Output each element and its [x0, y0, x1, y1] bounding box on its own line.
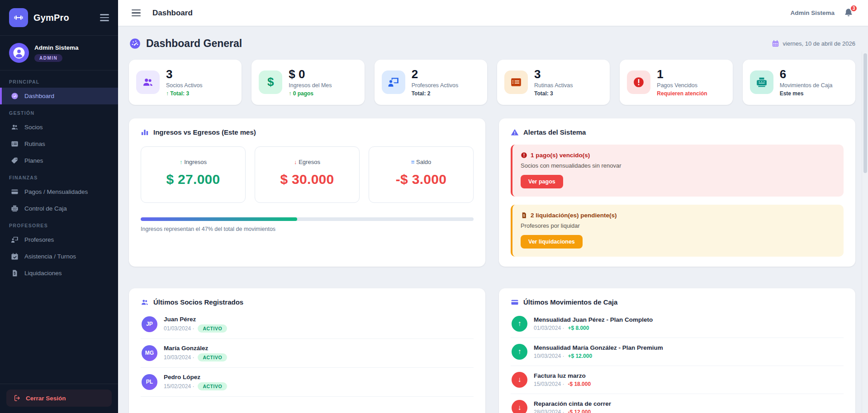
stat-card-rutinas-activas[interactable]: 3 Rutinas Activas Total: 3 [497, 60, 610, 105]
logout-button[interactable]: Cerrar Sesión [6, 390, 112, 407]
tag-icon [11, 157, 19, 164]
cash-register-icon [750, 70, 773, 94]
saldo-label: Saldo [416, 159, 431, 165]
sidebar-item-pagos[interactable]: Pagos / Mensualidades [0, 183, 118, 200]
bar-chart-icon [141, 128, 149, 136]
member-date: 10/03/2024 · [164, 354, 194, 361]
sidebar-item-label: Profesores [24, 236, 54, 243]
stat-card-pagos-vencidos[interactable]: 1 Pagos Vencidos Requieren atención [620, 60, 732, 105]
sidebar-user-card: Admin Sistema ADMIN [0, 36, 118, 70]
user-avatar-icon [9, 43, 29, 63]
ver-liquidaciones-button[interactable]: Ver liquidaciones [521, 235, 583, 249]
menu-hamburger-icon[interactable] [132, 9, 141, 17]
alert-circle-icon [627, 70, 650, 94]
alerts-panel-title: Alertas del Sistema [523, 128, 586, 136]
sidebar-item-socios[interactable]: Socios [0, 119, 118, 136]
sidebar-item-label: Dashboard [24, 93, 54, 99]
member-date: 01/03/2024 · [164, 325, 194, 332]
movement-amount: -$ 18.000 [568, 381, 591, 387]
gauge-icon [11, 92, 19, 100]
movement-row[interactable]: ↓ Factura luz marzo 15/03/2024 ·-$ 18.00… [511, 366, 844, 394]
main-area: Dashboard Admin Sistema 3 Dashboard Gene… [118, 0, 868, 413]
sidebar-item-label: Rutinas [24, 141, 45, 147]
users-icon [141, 298, 149, 306]
stat-value: 3 [534, 68, 573, 81]
movement-title: Mensualidad Juan Pérez - Plan Completo [534, 316, 653, 323]
member-date: 15/02/2024 · [164, 383, 194, 390]
stat-card-movimientos-caja[interactable]: 6 Movimientos de Caja Este mes [743, 60, 855, 105]
sidebar-logo-row: GymPro [0, 0, 118, 36]
panel-ultimos-socios: Últimos Socios Registrados JP Juan Pérez… [129, 288, 485, 413]
nav-section-finanzas: FINANZAS [0, 169, 118, 183]
stat-label: Movimientos de Caja [780, 82, 833, 89]
stat-sub: ↑ 0 pagos [289, 90, 332, 97]
sidebar-item-dashboard[interactable]: Dashboard [0, 88, 118, 104]
arrow-down-icon: ↓ [512, 400, 527, 413]
nav-section-profesores: PROFESORES [0, 217, 118, 231]
sidebar-toggle-hamburger-icon[interactable] [100, 14, 109, 21]
stat-label: Ingresos del Mes [289, 82, 332, 89]
list-icon [504, 70, 528, 94]
member-row[interactable]: JP Juan Pérez 01/03/2024 ·ACTIVO [141, 310, 474, 339]
nav-section-principal: PRINCIPAL [0, 73, 118, 88]
status-badge: ACTIVO [198, 353, 227, 361]
sidebar-item-liquidaciones[interactable]: Liquidaciones [0, 265, 118, 282]
panel-alertas: Alertas del Sistema 1 pago(s) vencido(s)… [499, 118, 855, 267]
alert-desc: Socios con mensualidades sin renovar [521, 162, 835, 169]
stat-sub: Requieren atención [657, 90, 707, 97]
sidebar-item-profesores[interactable]: Profesores [0, 231, 118, 248]
member-avatar: PL [142, 374, 157, 390]
stat-label: Profesores Activos [412, 82, 459, 89]
stat-sub: Total: 2 [412, 90, 459, 97]
calendar-check-icon [11, 253, 19, 260]
movement-amount: -$ 12.000 [568, 409, 591, 413]
stat-card-socios-activos[interactable]: 3 Socios Activos ↑ Total: 3 [129, 60, 242, 105]
member-row[interactable]: PL Pedro López 15/02/2024 ·ACTIVO [141, 368, 474, 397]
dollar-icon: $ [259, 70, 282, 94]
stat-sub: Este mes [780, 90, 833, 97]
movement-date: 15/03/2024 · [534, 381, 564, 387]
gympro-app: GymPro Admin Sistema ADMIN PRINCIPAL Das… [0, 0, 868, 413]
sidebar-item-rutinas[interactable]: Rutinas [0, 136, 118, 152]
finance-panel-title: Ingresos vs Egresos (Este mes) [153, 128, 256, 136]
list-icon [11, 140, 19, 148]
sidebar-item-control-caja[interactable]: Control de Caja [0, 200, 118, 217]
stat-cards: 3 Socios Activos ↑ Total: 3 $ $ 0 Ingres… [129, 60, 855, 105]
dumbbell-icon [9, 8, 28, 27]
notifications-button[interactable]: 3 [844, 8, 854, 19]
movement-row[interactable]: ↓ Reparación cinta de correr 28/03/2024 … [511, 394, 844, 413]
stat-value: 1 [657, 68, 707, 81]
movement-date: 01/03/2024 · [534, 325, 564, 331]
movement-row[interactable]: ↑ Mensualidad Juan Pérez - Plan Completo… [511, 310, 844, 338]
header-user-name: Admin Sistema [790, 9, 835, 16]
movement-row[interactable]: ↑ Mensualidad María González - Plan Prem… [511, 338, 844, 366]
egresos-value: $ 30.000 [261, 172, 354, 187]
users-icon [11, 123, 19, 131]
up-arrow-icon: ↑ [180, 159, 183, 165]
member-name: Juan Pérez [164, 316, 227, 323]
progress-caption: Ingresos representan el 47% del total de… [141, 226, 474, 232]
nav-section-gestion: GESTIÓN [0, 104, 118, 119]
stat-card-profesores-activos[interactable]: 2 Profesores Activos Total: 2 [375, 60, 487, 105]
member-avatar: JP [142, 316, 157, 332]
member-name: Pedro López [164, 374, 227, 380]
ver-pagos-button[interactable]: Ver pagos [521, 175, 563, 188]
warning-triangle-icon [511, 128, 519, 136]
scrollbar-thumb[interactable] [863, 53, 867, 173]
page-title: Dashboard General [146, 38, 242, 50]
stat-value: 3 [166, 68, 203, 81]
member-row[interactable]: MG María González 10/03/2024 ·ACTIVO [141, 339, 474, 368]
sidebar-item-planes[interactable]: Planes [0, 152, 118, 169]
down-arrow-icon: ↓ [294, 159, 297, 165]
logout-icon [14, 394, 21, 402]
member-name: María González [164, 345, 227, 352]
vertical-scrollbar[interactable] [862, 52, 868, 413]
alert-desc: Profesores por liquidar [521, 222, 835, 229]
sidebar-item-label: Planes [24, 157, 43, 164]
movement-title: Reparación cinta de correr [534, 400, 611, 407]
alert-title: 2 liquidación(es) pendiente(s) [531, 212, 617, 219]
stat-card-ingresos-mes[interactable]: $ $ 0 Ingresos del Mes ↑ 0 pagos [251, 60, 364, 105]
logout-label: Cerrar Sesión [26, 395, 66, 402]
sidebar-item-label: Liquidaciones [24, 270, 62, 277]
sidebar-item-asistencia[interactable]: Asistencia / Turnos [0, 248, 118, 265]
